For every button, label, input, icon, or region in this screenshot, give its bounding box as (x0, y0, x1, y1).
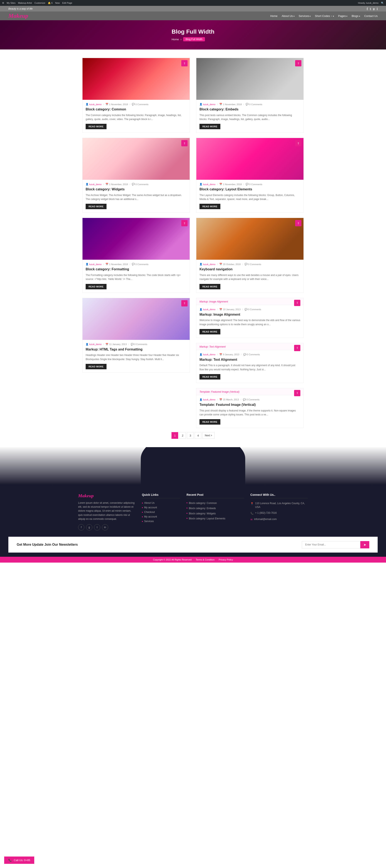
page-btn-1[interactable]: 1 (172, 432, 178, 439)
breadcrumb-current: Blog Full Width (183, 37, 205, 41)
footer-link-myaccount1-anchor[interactable]: My account (144, 506, 157, 509)
post-1-body: 👤 luzuk_demo / 📅 1 November, 2018 / 💬 0 … (83, 100, 190, 132)
breadcrumb: Home › Blog Full Width (172, 37, 214, 41)
nav-link-about[interactable]: About Us (282, 13, 295, 19)
post-7-share-btn[interactable]: ⇧ (181, 300, 187, 306)
post-2-date: 📅 1 November, 2018 (219, 103, 242, 105)
nav-link-blogs[interactable]: Blogs (352, 13, 360, 19)
newsletter-email-input[interactable] (302, 541, 360, 549)
post-4-share-btn[interactable]: ⇧ (295, 140, 301, 146)
recent-post-2[interactable]: Block category: Embeds (186, 507, 244, 510)
post-5-read-more[interactable]: READ MORE (86, 284, 107, 289)
admin-new-count[interactable]: 🔔 6 (48, 2, 53, 4)
recent-post-3[interactable]: Block category: Widgets (186, 512, 244, 516)
post-4: ⇧ 👤 luzuk_demo / 📅 1 November, 2018 / 💬 … (196, 138, 304, 213)
page-btn-4[interactable]: 4 (195, 432, 201, 439)
social-twitter[interactable]: 𝐭 (370, 7, 371, 10)
footer-link-checkout[interactable]: Checkout (142, 510, 180, 514)
nav-link-contact[interactable]: Contact Us (364, 13, 378, 19)
post-6-read-more[interactable]: READ MORE (200, 284, 220, 289)
footer-social-twitter[interactable]: t (94, 524, 100, 530)
post-2-meta: 👤 luzuk_demo / 📅 1 November, 2018 / 💬 0 … (200, 103, 300, 105)
post-5-share-btn[interactable]: ⇧ (181, 220, 187, 226)
breadcrumb-home[interactable]: Home (172, 38, 179, 41)
post-4-date: 📅 1 November, 2018 (219, 183, 242, 186)
footer-social-facebook[interactable]: f (78, 524, 84, 530)
admin-howdy[interactable]: Howdy, luzuk_demo (358, 2, 379, 4)
recent-post-4[interactable]: Block category: Layout Elements (186, 517, 244, 520)
blog-columns: ⇧ 👤 luzuk_demo / 📅 1 November, 2018 / 💬 … (82, 58, 304, 428)
nav-item-pages[interactable]: Pages (338, 14, 348, 18)
nav-item-contact[interactable]: Contact Us (364, 14, 378, 18)
social-facebook[interactable]: 𝐟 (367, 7, 368, 10)
post-3-read-more[interactable]: READ MORE (86, 204, 107, 209)
right-post-9-share-btn[interactable]: ⇧ (294, 345, 300, 351)
page-btn-next[interactable]: Next > (202, 432, 214, 439)
post-6-excerpt: There are many different ways to use the… (200, 273, 300, 281)
footer-link-myaccount2-anchor[interactable]: My account (144, 515, 157, 518)
post-2: ⇧ 👤 luzuk_demo / 📅 1 November, 2018 / 💬 … (196, 58, 304, 132)
right-post-10-date: 📅 15 March, 2013 (219, 398, 239, 401)
footer-about-col: Makeup Lorem ipsum dolor sit amet, conse… (78, 493, 136, 530)
nav-link-pages[interactable]: Pages (338, 13, 348, 19)
footer-social-google[interactable]: g (86, 524, 92, 530)
social-instagram[interactable]: 𝐢 (377, 7, 378, 10)
post-7-read-more[interactable]: READ MORE (86, 364, 107, 369)
right-post-9-read-more[interactable]: READ MORE (200, 374, 220, 379)
footer-link-myaccount1[interactable]: My account (142, 506, 180, 509)
post-5-date: 📅 1 November, 2018 (106, 263, 128, 266)
nav-item-blogs[interactable]: Blogs (352, 14, 360, 18)
right-post-8-share-btn[interactable]: ⇧ (294, 300, 300, 306)
footer-recent-posts-list: Block category: Common Block category: E… (186, 501, 244, 520)
footer-link-myaccount2[interactable]: My account (142, 515, 180, 518)
page-btn-3[interactable]: 3 (187, 432, 194, 439)
footer-link-checkout-anchor[interactable]: Checkout (144, 510, 155, 514)
recent-post-3-link[interactable]: Block category: Widgets (189, 512, 216, 516)
newsletter-submit-btn[interactable]: ➤ (360, 541, 369, 549)
post-1-title: Block category: Common (86, 107, 186, 112)
post-4-comments: 💬 0 Comments (246, 183, 262, 186)
terms-link[interactable]: Terms & Condition (196, 558, 214, 561)
right-post-10-author: 👤 luzuk_demo (200, 398, 215, 401)
post-4-read-more[interactable]: READ MORE (200, 204, 220, 209)
nav-link-shortcodes[interactable]: Short Codes ~ (315, 13, 334, 19)
recent-post-2-link[interactable]: Block category: Embeds (189, 507, 216, 510)
post-2-share-btn[interactable]: ⇧ (295, 60, 301, 66)
right-post-8-read-more[interactable]: READ MORE (200, 329, 220, 334)
nav-item-shortcodes[interactable]: Short Codes ~ (315, 14, 334, 18)
admin-wp-icon[interactable]: ⚙ (2, 2, 4, 4)
nav-link-services[interactable]: Services (299, 13, 311, 19)
nav-link-home[interactable]: Home (270, 13, 277, 19)
footer-link-about[interactable]: About Us (142, 501, 180, 504)
admin-edit-page[interactable]: Edit Page (62, 2, 72, 4)
right-post-10-body: 👤 luzuk_demo / 📅 15 March, 2013 / 💬 0 Co… (196, 395, 303, 428)
footer-link-services[interactable]: Services (142, 520, 180, 523)
admin-search-icon[interactable]: 🔍 (381, 2, 384, 4)
recent-post-4-link[interactable]: Block category: Layout Elements (189, 517, 226, 520)
recent-post-1-link[interactable]: Block category: Common (189, 501, 217, 505)
footer-link-services-anchor[interactable]: Services (144, 520, 154, 523)
nav-item-home[interactable]: Home (270, 14, 277, 18)
nav-item-services[interactable]: Services (299, 14, 311, 18)
post-1-read-more[interactable]: READ MORE (86, 124, 107, 129)
admin-customize[interactable]: Customize (34, 2, 45, 4)
post-1-share-btn[interactable]: ⇧ (181, 60, 187, 66)
post-2-read-more[interactable]: READ MORE (200, 124, 220, 129)
footer-logo: Makeup (78, 493, 136, 498)
page-btn-2[interactable]: 2 (179, 432, 186, 439)
admin-my-sites[interactable]: My Sites (7, 2, 16, 4)
nav-item-about[interactable]: About Us (282, 14, 295, 18)
footer-link-about-anchor[interactable]: About Us (144, 501, 154, 504)
post-3-share-btn[interactable]: ⇧ (181, 140, 187, 146)
location-icon: 📍 (250, 502, 254, 505)
privacy-link[interactable]: Privacy Policy (219, 558, 233, 561)
post-6-share-btn[interactable]: ⇧ (295, 220, 301, 226)
social-pinterest[interactable]: 𝐩 (373, 7, 375, 10)
admin-new[interactable]: New (55, 2, 60, 4)
footer-social-linkedin[interactable]: in (102, 524, 108, 530)
right-post-9-comments: 💬 0 Comments (243, 353, 260, 356)
right-post-10-read-more[interactable]: READ MORE (200, 419, 220, 425)
recent-post-1[interactable]: Block category: Common (186, 501, 244, 505)
right-post-10-share-btn[interactable]: ⇧ (294, 390, 300, 396)
admin-site-name[interactable]: Makeup Artist (18, 2, 32, 4)
